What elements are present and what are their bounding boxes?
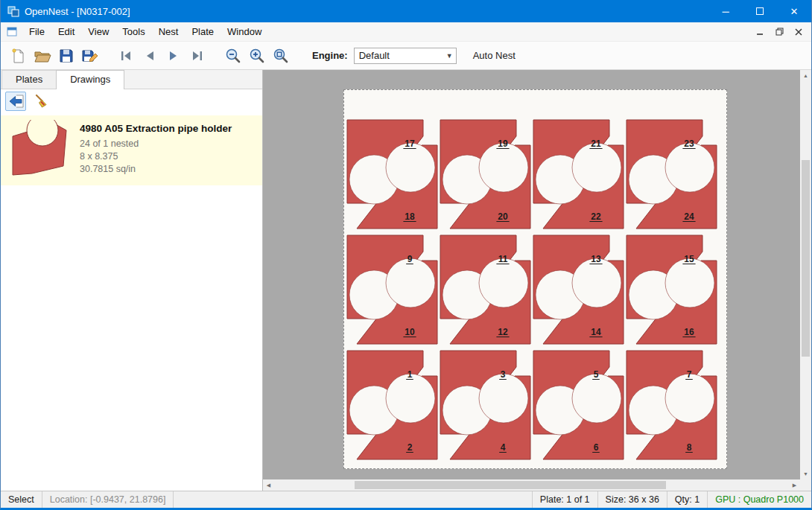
plate[interactable]: 171819202122232491011121314151612345678 <box>343 89 727 469</box>
open-button[interactable] <box>31 45 54 67</box>
part-number: 18 <box>405 211 415 222</box>
close-button[interactable]: ✕ <box>777 0 811 22</box>
nest-pair: 12 <box>347 351 437 459</box>
menu-item-tools[interactable]: Tools <box>115 23 151 40</box>
child-close-button[interactable] <box>790 25 807 39</box>
nest-pair: 56 <box>533 351 624 459</box>
new-button[interactable] <box>7 45 31 67</box>
pipe-cutout <box>572 143 621 192</box>
menu-item-view[interactable]: View <box>81 23 115 40</box>
nest-pair: 1112 <box>440 235 530 344</box>
minimize-button[interactable]: ─ <box>708 0 743 22</box>
menu-item-nest[interactable]: Nest <box>152 23 185 40</box>
part-number: 24 <box>684 211 694 222</box>
prev-plate-button[interactable] <box>138 45 162 67</box>
engine-select[interactable]: Default ▼ <box>354 48 457 64</box>
tab-plates[interactable]: Plates <box>1 70 57 89</box>
save-floppy-icon <box>58 48 74 64</box>
first-plate-button[interactable] <box>114 45 138 67</box>
statusbar: Select Location: [-0.9437, 21.8796] Plat… <box>1 491 811 508</box>
pipe-cutout <box>572 258 621 307</box>
menu-item-edit[interactable]: Edit <box>51 23 81 40</box>
v-scroll-thumb[interactable] <box>802 160 810 357</box>
part-number: 21 <box>591 138 601 149</box>
status-mode: Select <box>1 491 42 508</box>
scroll-left-icon[interactable]: ◀ <box>263 479 274 491</box>
drawing-title: 4980 A05 Extraction pipe holder <box>80 123 232 134</box>
part-number: 22 <box>591 211 601 222</box>
pipe-cutout <box>665 258 714 307</box>
drawing-area: 30.7815 sq/in <box>80 163 232 176</box>
menu-item-window[interactable]: Window <box>221 23 268 40</box>
part-number: 15 <box>684 254 694 264</box>
part-number: 16 <box>684 327 694 337</box>
reload-drawing-button[interactable] <box>5 92 26 111</box>
clean-button[interactable] <box>31 92 51 111</box>
nest-canvas[interactable]: 171819202122232491011121314151612345678 … <box>263 70 811 491</box>
pipe-cutout <box>665 374 714 423</box>
scrollbar-corner <box>800 479 811 491</box>
h-scroll-thumb[interactable] <box>355 481 666 489</box>
menu-item-plate[interactable]: Plate <box>185 23 221 40</box>
nest-pair: 1718 <box>347 120 437 229</box>
child-close-icon <box>795 28 802 36</box>
nest-pair: 910 <box>347 235 437 344</box>
scroll-down-icon[interactable]: ▼ <box>800 468 811 479</box>
nest-pair: 1920 <box>440 120 530 229</box>
h-scrollbar[interactable]: ◀ ▶ <box>263 479 800 491</box>
child-minimize-button[interactable] <box>752 25 768 39</box>
zoom-in-button[interactable] <box>245 45 269 67</box>
menubar: File Edit View Tools Nest Plate Window <box>1 22 811 42</box>
next-arrow-icon <box>165 48 182 64</box>
save-button[interactable] <box>54 45 78 67</box>
drawing-size: 8 x 8.375 <box>80 150 232 163</box>
nest-pair: 34 <box>440 351 530 459</box>
part-number: 8 <box>687 442 692 453</box>
pipe-cutout <box>386 258 435 307</box>
toolbar: Engine: Default ▼ Auto Nest <box>1 42 811 70</box>
zoom-out-button[interactable] <box>221 45 245 67</box>
save-edit-icon <box>81 48 99 64</box>
zoom-fit-button[interactable] <box>269 45 293 67</box>
status-size: Size: 36 x 36 <box>597 491 667 508</box>
first-arrow-icon <box>118 48 134 64</box>
nest-pair: 78 <box>627 351 717 459</box>
engine-value: Default <box>359 50 390 61</box>
engine-label: Engine: <box>312 50 348 61</box>
next-plate-button[interactable] <box>162 45 185 67</box>
drawing-list-item[interactable]: 4980 A05 Extraction pipe holder 24 of 1 … <box>1 115 262 185</box>
mdi-child-icon[interactable] <box>7 26 18 37</box>
child-restore-button[interactable] <box>771 25 787 39</box>
menu-item-file[interactable]: File <box>22 23 51 40</box>
new-file-icon <box>10 48 27 64</box>
auto-nest-button[interactable]: Auto Nest <box>467 47 521 64</box>
part-number: 1 <box>407 369 413 380</box>
child-restore-icon <box>775 28 784 36</box>
part-number: 10 <box>405 327 415 337</box>
tab-drawings[interactable]: Drawings <box>56 70 124 89</box>
part-number: 11 <box>498 254 508 264</box>
maximize-button[interactable] <box>743 0 777 22</box>
pipe-cutout <box>572 374 621 423</box>
pipe-cutout <box>479 258 528 307</box>
part-number: 5 <box>594 369 599 380</box>
nest-pair: 2122 <box>533 120 624 229</box>
status-plate: Plate: 1 of 1 <box>532 491 597 508</box>
part-number: 19 <box>498 138 508 149</box>
part-number: 14 <box>591 327 601 337</box>
sidebar-toolbar <box>1 89 262 113</box>
part-number: 9 <box>407 254 413 264</box>
last-arrow-icon <box>189 48 206 64</box>
last-plate-button[interactable] <box>185 45 209 67</box>
close-icon: ✕ <box>790 6 799 17</box>
part-number: 4 <box>501 442 506 453</box>
nest-pair: 2324 <box>627 120 717 229</box>
pipe-cutout <box>479 143 528 192</box>
scroll-right-icon[interactable]: ▶ <box>789 479 800 491</box>
scroll-up-icon[interactable]: ▲ <box>800 70 811 81</box>
saveas-button[interactable] <box>78 45 102 67</box>
sidebar-tabs: Plates Drawings <box>1 70 262 89</box>
part-number: 7 <box>687 369 692 380</box>
v-scrollbar[interactable]: ▲ ▼ <box>800 70 811 479</box>
status-qty: Qty: 1 <box>667 491 707 508</box>
